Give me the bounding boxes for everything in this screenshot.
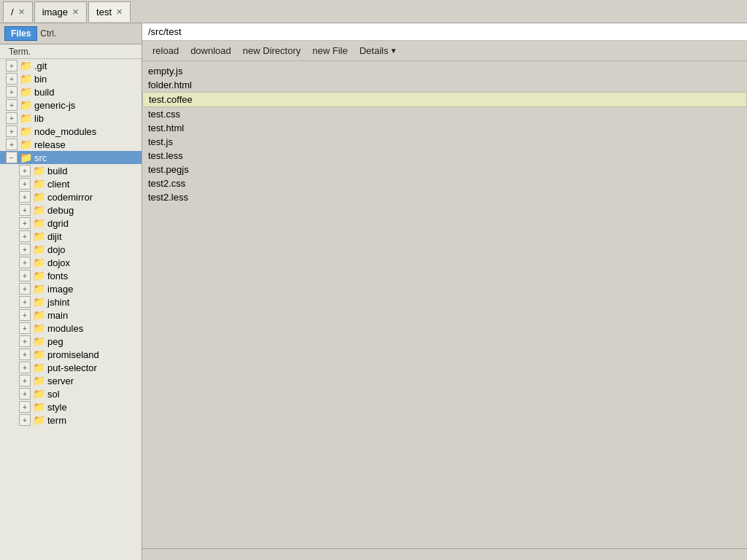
tree-item-git[interactable]: +📁.git — [0, 59, 142, 72]
expand-btn-client[interactable]: + — [19, 178, 31, 190]
expand-btn-jshint[interactable]: + — [19, 296, 31, 308]
tree-label-lib: lib — [34, 113, 44, 124]
tab-close-image[interactable]: ✕ — [72, 8, 79, 16]
tree-label-main: main — [47, 310, 68, 321]
expand-btn-peg[interactable]: + — [19, 335, 31, 347]
file-item-test-html[interactable]: test.html — [142, 121, 747, 135]
file-list[interactable]: empty.jsfolder.htmltest.coffeetest.csste… — [142, 61, 747, 548]
folder-icon-bin: 📁 — [20, 73, 32, 85]
expand-btn-main[interactable]: + — [19, 309, 31, 321]
file-item-test2-css[interactable]: test2.css — [142, 176, 747, 190]
main-layout: Files Ctrl. Term. +📁.git+📁bin+📁build+📁ge… — [0, 23, 747, 560]
expand-btn-src[interactable]: − — [6, 152, 18, 163]
tree-item-generic-js[interactable]: +📁generic-js — [0, 98, 142, 112]
tree-item-src[interactable]: −📁src — [0, 151, 142, 164]
tree-item-build[interactable]: +📁build — [0, 85, 142, 98]
file-item-test-pegjs[interactable]: test.pegjs — [142, 163, 747, 176]
tree-label-src: src — [34, 152, 47, 163]
tab-close-test[interactable]: ✕ — [116, 8, 123, 16]
expand-btn-dijit[interactable]: + — [19, 230, 31, 242]
tree-item-image[interactable]: +📁image — [0, 282, 142, 295]
expand-btn-build2[interactable]: + — [19, 165, 31, 176]
tree-item-server[interactable]: +📁server — [0, 374, 142, 387]
tree-item-lib[interactable]: +📁lib — [0, 112, 142, 125]
details-button[interactable]: Details ▼ — [354, 43, 403, 58]
download-button[interactable]: download — [185, 43, 237, 58]
tree-label-term: term — [47, 415, 66, 426]
tree-label-put-selector: put-selector — [47, 362, 97, 373]
expand-btn-sol[interactable]: + — [19, 388, 31, 400]
tree-label-generic-js: generic-js — [34, 100, 75, 111]
file-item-folder-html[interactable]: folder.html — [142, 78, 747, 92]
tree-item-codemirror[interactable]: +📁codemirror — [0, 190, 142, 203]
folder-icon-modules: 📁 — [33, 322, 45, 334]
expand-btn-term[interactable]: + — [19, 414, 31, 426]
tree-item-jshint[interactable]: +📁jshint — [0, 295, 142, 308]
tree-label-image: image — [47, 284, 73, 295]
tree-item-bin[interactable]: +📁bin — [0, 72, 142, 85]
file-item-empty-js[interactable]: empty.js — [142, 64, 747, 78]
tree-item-dijit[interactable]: +📁dijit — [0, 230, 142, 243]
new-file-button[interactable]: new File — [306, 43, 353, 58]
expand-btn-server[interactable]: + — [19, 375, 31, 386]
expand-btn-fonts[interactable]: + — [19, 270, 31, 281]
expand-btn-generic-js[interactable]: + — [6, 99, 18, 111]
tab-test[interactable]: test✕ — [88, 1, 131, 22]
folder-icon-image: 📁 — [33, 283, 45, 295]
tree-item-node_modules[interactable]: +📁node_modules — [0, 125, 142, 138]
tree-item-put-selector[interactable]: +📁put-selector — [0, 361, 142, 374]
file-item-test-js[interactable]: test.js — [142, 135, 747, 149]
expand-btn-debug[interactable]: + — [19, 204, 31, 216]
tree-item-promiseland[interactable]: +📁promiseland — [0, 348, 142, 361]
folder-icon-release: 📁 — [20, 139, 32, 150]
expand-btn-release[interactable]: + — [6, 139, 18, 150]
expand-btn-build[interactable]: + — [6, 86, 18, 98]
file-tree[interactable]: +📁.git+📁bin+📁build+📁generic-js+📁lib+📁nod… — [0, 59, 142, 560]
expand-btn-dojo[interactable]: + — [19, 244, 31, 255]
expand-btn-image[interactable]: + — [19, 283, 31, 295]
reload-button[interactable]: reload — [147, 43, 185, 58]
tree-item-build2[interactable]: +📁build — [0, 164, 142, 177]
expand-btn-modules[interactable]: + — [19, 322, 31, 334]
tree-item-release[interactable]: +📁release — [0, 138, 142, 151]
file-item-test-less[interactable]: test.less — [142, 149, 747, 163]
expand-btn-style[interactable]: + — [19, 401, 31, 413]
expand-btn-git[interactable]: + — [6, 60, 18, 71]
files-button[interactable]: Files — [4, 26, 37, 41]
tree-item-client[interactable]: +📁client — [0, 177, 142, 190]
expand-btn-dojox[interactable]: + — [19, 257, 31, 268]
folder-icon-lib: 📁 — [20, 112, 32, 124]
file-item-test-css[interactable]: test.css — [142, 107, 747, 121]
file-item-test2-less[interactable]: test2.less — [142, 190, 747, 204]
tree-item-debug[interactable]: +📁debug — [0, 203, 142, 217]
tab-image[interactable]: image✕ — [34, 1, 87, 22]
tab-close-slash[interactable]: ✕ — [18, 8, 25, 16]
expand-btn-lib[interactable]: + — [6, 112, 18, 124]
new-directory-button[interactable]: new Directory — [237, 43, 306, 58]
tree-item-modules[interactable]: +📁modules — [0, 322, 142, 335]
tree-item-dojo[interactable]: +📁dojo — [0, 243, 142, 256]
bottom-scrollbar[interactable] — [142, 548, 747, 560]
tree-item-sol[interactable]: +📁sol — [0, 387, 142, 400]
tree-item-peg[interactable]: +📁peg — [0, 335, 142, 348]
tree-item-style[interactable]: +📁style — [0, 400, 142, 413]
expand-btn-node_modules[interactable]: + — [6, 125, 18, 137]
folder-icon-dojo: 📁 — [33, 244, 45, 255]
tree-item-dojox[interactable]: +📁dojox — [0, 256, 142, 269]
tree-item-fonts[interactable]: +📁fonts — [0, 269, 142, 282]
folder-icon-jshint: 📁 — [33, 296, 45, 308]
tree-item-dgrid[interactable]: +📁dgrid — [0, 217, 142, 230]
expand-btn-promiseland[interactable]: + — [19, 349, 31, 360]
expand-btn-codemirror[interactable]: + — [19, 191, 31, 203]
tab-slash[interactable]: /✕ — [3, 1, 33, 22]
expand-btn-put-selector[interactable]: + — [19, 362, 31, 373]
tree-label-git: .git — [34, 61, 47, 71]
folder-icon-dijit: 📁 — [33, 230, 45, 242]
path-bar: /src/test — [142, 23, 747, 41]
expand-btn-dgrid[interactable]: + — [19, 217, 31, 229]
file-item-test-coffee[interactable]: test.coffee — [142, 92, 747, 107]
tree-item-term[interactable]: +📁term — [0, 413, 142, 427]
tree-item-main[interactable]: +📁main — [0, 308, 142, 322]
expand-btn-bin[interactable]: + — [6, 73, 18, 85]
toolbar: reload download new Directory new File D… — [142, 41, 747, 61]
